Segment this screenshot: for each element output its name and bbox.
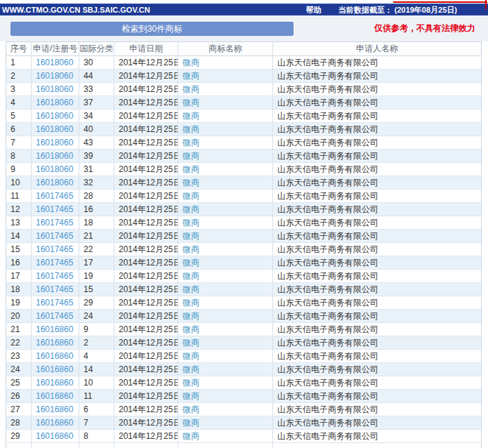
registration-number-link[interactable]: 16018060 <box>36 151 73 161</box>
registration-number-link[interactable]: 16016860 <box>36 418 73 428</box>
cell-mark-name: 微商 <box>178 430 273 443</box>
cell-index: 19 <box>6 296 32 310</box>
cell-mark-name: 微商 <box>178 403 273 416</box>
cell-mark-name: 微商 <box>178 56 273 70</box>
registration-number-link[interactable]: 16016860 <box>36 391 73 401</box>
cell-application-date: 2014年12月25日 <box>114 96 178 110</box>
mark-name-text: 微商 <box>183 404 199 414</box>
registration-number-link[interactable]: 16016860 <box>36 324 73 334</box>
cell-index: 9 <box>6 163 32 176</box>
table-row: 4 16018060 37 2014年12月25日 微商 山东天信电子商务有限公… <box>6 96 482 110</box>
cell-intl-class: 32 <box>79 176 114 190</box>
mark-name-text: 微商 <box>183 151 199 161</box>
cell-registration-number: 16017465 <box>32 296 79 310</box>
ctmo-search-results-page: WWW.CTMO.GOV.CN SBJ.SAIC.GOV.CN 帮助 当前数据截… <box>0 0 488 448</box>
table-row: 24 16016860 14 2014年12月25日 微商 山东天信电子商务有限… <box>6 363 482 376</box>
mark-name-text: 微商 <box>183 111 199 121</box>
table-row: 26 16016860 11 2014年12月25日 微商 山东天信电子商务有限… <box>6 390 482 403</box>
registration-number-link[interactable]: 16018060 <box>36 111 73 121</box>
registration-number-link[interactable]: 16018060 <box>36 84 73 94</box>
registration-number-link[interactable]: 16018060 <box>36 71 73 81</box>
cell-index: 10 <box>6 176 32 190</box>
table-row: 28 16016860 7 2014年12月25日 微商 山东天信电子商务有限公… <box>6 416 482 430</box>
registration-number-link[interactable]: 16018060 <box>36 178 73 187</box>
col-header-intl-class: 国际分类 <box>79 42 114 56</box>
registration-number-link[interactable]: 16017465 <box>36 298 73 308</box>
mark-name-text: 微商 <box>183 204 199 214</box>
registration-number-link[interactable]: 16017465 <box>36 271 73 281</box>
cell-registration-number: 16016860 <box>32 430 79 443</box>
cell-intl-class: 37 <box>79 96 114 110</box>
cell-application-date: 2014年12月25日 <box>114 336 178 350</box>
cell-mark-name: 微商 <box>178 296 273 310</box>
cell-registration-number <box>32 443 79 448</box>
registration-number-link[interactable]: 16018060 <box>36 58 73 67</box>
cell-applicant-name: 山东天信电子商务有限公司 <box>273 430 482 443</box>
table-row-partial <box>6 443 482 448</box>
cell-applicant-name: 山东天信电子商务有限公司 <box>273 416 482 430</box>
mark-name-text: 微商 <box>183 244 199 254</box>
registration-number-link[interactable]: 16017465 <box>36 204 73 214</box>
cell-index: 14 <box>6 230 32 243</box>
cell-intl-class: 21 <box>79 230 114 243</box>
cell-mark-name: 微商 <box>178 203 273 216</box>
cell-application-date: 2014年12月25日 <box>114 150 178 163</box>
cell-registration-number: 16016860 <box>32 350 79 363</box>
cell-applicant-name: 山东天信电子商务有限公司 <box>273 310 482 323</box>
registration-number-link[interactable]: 16017465 <box>36 244 73 254</box>
registration-number-link[interactable]: 16016860 <box>36 431 73 441</box>
cell-application-date: 2014年12月25日 <box>114 283 178 296</box>
help-link[interactable]: 帮助 <box>306 5 322 15</box>
registration-number-link[interactable]: 16018060 <box>36 98 73 107</box>
table-row: 13 16017465 18 2014年12月25日 微商 山东天信电子商务有限… <box>6 216 482 230</box>
registration-number-link[interactable]: 16018060 <box>36 138 73 147</box>
cell-intl-class: 43 <box>79 136 114 150</box>
mark-name-text: 微商 <box>183 124 199 134</box>
registration-number-link[interactable]: 16017465 <box>36 311 73 321</box>
cell-registration-number: 16018060 <box>32 96 79 110</box>
registration-number-link[interactable]: 16017465 <box>36 284 73 294</box>
registration-number-link[interactable]: 16018060 <box>36 164 73 174</box>
cell-applicant-name: 山东天信电子商务有限公司 <box>273 96 482 110</box>
toolbar: 检索到30件商标 仅供参考，不具有法律效力 <box>0 15 488 41</box>
cell-registration-number: 16018060 <box>32 83 79 96</box>
cell-index: 24 <box>6 363 32 376</box>
mark-name-text: 微商 <box>183 231 199 241</box>
cell-applicant-name: 山东天信电子商务有限公司 <box>273 150 482 163</box>
cell-applicant-name: 山东天信电子商务有限公司 <box>273 230 482 243</box>
table-row: 6 16018060 40 2014年12月25日 微商 山东天信电子商务有限公… <box>6 123 482 136</box>
table-row: 17 16017465 19 2014年12月25日 微商 山东天信电子商务有限… <box>6 270 482 283</box>
cell-intl-class: 33 <box>79 83 114 96</box>
mark-name-text: 微商 <box>183 164 199 174</box>
cell-registration-number: 16018060 <box>32 163 79 176</box>
registration-number-link[interactable]: 16016860 <box>36 338 73 348</box>
cell-application-date: 2014年12月25日 <box>114 230 178 243</box>
cell-applicant-name: 山东天信电子商务有限公司 <box>273 283 482 296</box>
cell-index: 8 <box>6 150 32 163</box>
mark-name-text: 微商 <box>183 284 199 294</box>
mark-name-text: 微商 <box>183 98 199 107</box>
cell-applicant-name: 山东天信电子商务有限公司 <box>273 83 482 96</box>
registration-number-link[interactable]: 16016860 <box>36 404 73 414</box>
registration-number-link[interactable]: 16017465 <box>36 258 73 268</box>
registration-number-link[interactable]: 16017465 <box>36 191 73 201</box>
table-row: 12 16017465 16 2014年12月25日 微商 山东天信电子商务有限… <box>6 203 482 216</box>
registration-number-link[interactable]: 16017465 <box>36 218 73 228</box>
cell-applicant-name: 山东天信电子商务有限公司 <box>273 256 482 270</box>
registration-number-link[interactable]: 16017465 <box>36 231 73 241</box>
cell-index: 18 <box>6 283 32 296</box>
cell-mark-name: 微商 <box>178 96 273 110</box>
cell-application-date: 2014年12月25日 <box>114 430 178 443</box>
cell-index: 25 <box>6 376 32 390</box>
cell-registration-number: 16018060 <box>32 70 79 83</box>
table-row: 19 16017465 29 2014年12月25日 微商 山东天信电子商务有限… <box>6 296 482 310</box>
registration-number-link[interactable]: 16018060 <box>36 124 73 134</box>
cell-mark-name: 微商 <box>178 310 273 323</box>
registration-number-link[interactable]: 16016860 <box>36 378 73 388</box>
registration-number-link[interactable]: 16016860 <box>36 364 73 374</box>
result-count-button[interactable]: 检索到30件商标 <box>11 22 294 36</box>
registration-number-link[interactable]: 16016860 <box>36 351 73 361</box>
cell-application-date: 2014年12月25日 <box>114 190 178 203</box>
cell-registration-number: 16018060 <box>32 136 79 150</box>
cell-registration-number: 16018060 <box>32 110 79 123</box>
